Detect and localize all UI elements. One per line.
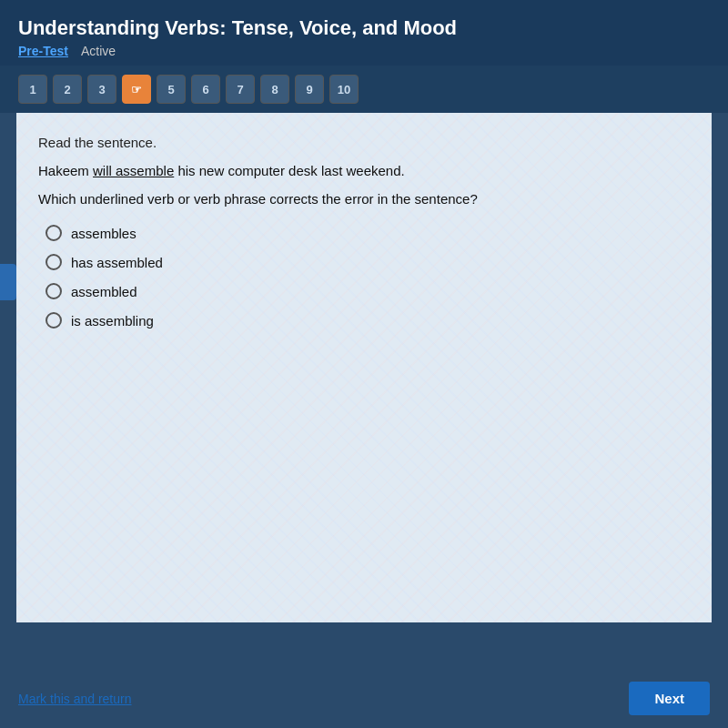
options-list: assembles has assembled assembled is ass… xyxy=(46,225,690,329)
sentence-underlined: will assemble xyxy=(93,163,174,178)
next-button[interactable]: Next xyxy=(629,682,710,715)
option-3[interactable]: assembled xyxy=(46,283,690,299)
question-text: Which underlined verb or verb phrase cor… xyxy=(38,191,690,207)
option-label-1: assembles xyxy=(71,226,136,241)
header-subtitle: Pre-Test Active xyxy=(18,44,710,58)
sentence-rest: his new computer desk last weekend. xyxy=(174,163,404,178)
active-status: Active xyxy=(81,44,116,58)
option-2[interactable]: has assembled xyxy=(46,254,690,270)
nav-btn-10[interactable]: 10 xyxy=(329,75,359,104)
radio-1[interactable] xyxy=(46,225,62,241)
nav-btn-6[interactable]: 6 xyxy=(191,75,220,104)
pretest-label[interactable]: Pre-Test xyxy=(18,44,68,58)
radio-4[interactable] xyxy=(46,312,62,329)
header: Understanding Verbs: Tense, Voice, and M… xyxy=(0,0,728,66)
content-area: Read the sentence. Hakeem will assemble … xyxy=(16,113,712,622)
option-label-3: assembled xyxy=(71,284,137,299)
option-label-4: is assembling xyxy=(71,313,154,329)
radio-2[interactable] xyxy=(46,254,62,270)
footer-bar: Mark this and return Next xyxy=(0,669,728,728)
question-nav: 1 2 3 ☞ 5 6 7 8 9 10 xyxy=(0,66,728,113)
nav-btn-9[interactable]: 9 xyxy=(295,75,324,104)
sentence-display: Hakeem will assemble his new computer de… xyxy=(38,163,690,178)
option-4[interactable]: is assembling xyxy=(46,312,690,329)
radio-3[interactable] xyxy=(46,283,62,299)
nav-btn-2[interactable]: 2 xyxy=(53,75,82,104)
nav-btn-8[interactable]: 8 xyxy=(260,75,289,104)
mark-return-link[interactable]: Mark this and return xyxy=(18,692,132,706)
nav-btn-1[interactable]: 1 xyxy=(18,75,47,104)
nav-btn-5[interactable]: 5 xyxy=(157,75,186,104)
option-label-2: has assembled xyxy=(71,255,163,270)
sentence-plain-start: Hakeem xyxy=(38,163,93,178)
side-tab xyxy=(0,264,16,300)
nav-btn-3[interactable]: 3 xyxy=(87,75,116,104)
option-1[interactable]: assembles xyxy=(46,225,690,241)
read-prompt: Read the sentence. xyxy=(38,135,690,150)
page-title: Understanding Verbs: Tense, Voice, and M… xyxy=(18,16,710,40)
nav-btn-4[interactable]: ☞ xyxy=(122,75,151,104)
nav-btn-7[interactable]: 7 xyxy=(226,75,255,104)
